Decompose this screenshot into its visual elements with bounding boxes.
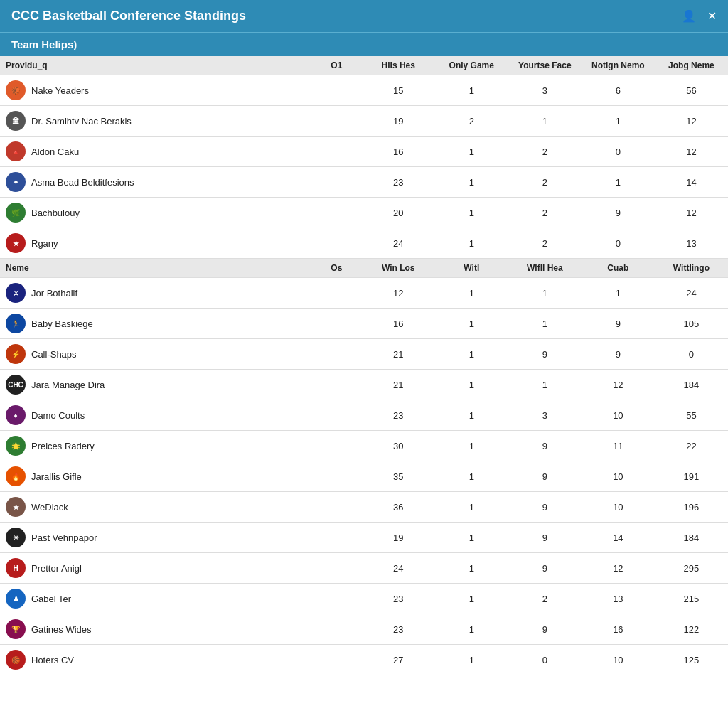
table-row: 🏆 Gatines Wides 23 1 9 16 122 <box>0 614 728 645</box>
col-os <box>311 278 362 309</box>
col-wittlingo: 0 <box>655 339 728 370</box>
col-yourtse: 2 <box>508 136 582 167</box>
col-wlfll: 9 <box>508 492 582 523</box>
section2-divider: Neme Os Win Los Witl Wlfll Hea Cuab Witt… <box>0 259 728 278</box>
team-name-cell: ♦ Damo Coults <box>0 400 311 431</box>
col-cuab: 10 <box>582 645 655 675</box>
team-logo: 🔥 <box>6 466 26 486</box>
col-winlos: 36 <box>362 492 435 523</box>
table-row: CHC Jara Manage Dira 21 1 1 12 184 <box>0 370 728 400</box>
table-row: ☀ Past Vehnpapor 19 1 9 14 184 <box>0 523 728 553</box>
col-os <box>311 492 362 523</box>
col-hiis: 19 <box>362 106 435 136</box>
col-header-yourtse: Yourtse Face <box>508 56 582 75</box>
table-row: 🏀 Hoters CV 27 1 0 10 125 <box>0 645 728 675</box>
table-row: ⚔ Jor Bothalif 12 1 1 1 24 <box>0 278 728 309</box>
team-logo: ♟ <box>6 589 26 609</box>
col-witl: 1 <box>435 614 508 645</box>
col-cuab: 13 <box>582 584 655 614</box>
col-header-team1: Providu_q <box>0 56 311 75</box>
col-cuab: 10 <box>582 492 655 523</box>
table-row: 🔥 Jarallis Gifle 35 1 9 10 191 <box>0 461 728 492</box>
col-winlos: 19 <box>362 523 435 553</box>
team-name: Jara Manage Dira <box>31 380 105 390</box>
col-witl: 1 <box>435 645 508 675</box>
col-winlos: 23 <box>362 584 435 614</box>
team-logo: ★ <box>6 233 26 253</box>
col-jobg: 14 <box>655 167 728 198</box>
col-winlos: 24 <box>362 553 435 584</box>
section2-label: Neme <box>0 259 311 278</box>
user-icon[interactable]: 👤 <box>682 9 696 23</box>
team-name-cell: 🔥 Jarallis Gifle <box>0 461 311 492</box>
team-name: Nake Yeaders <box>31 85 89 96</box>
team-logo: 🌟 <box>6 436 26 456</box>
team-logo: H <box>6 558 26 578</box>
section2-wittlingo: Wittlingo <box>655 259 728 278</box>
team-name: Hoters CV <box>31 655 74 665</box>
title-bar: CCC Basketball Conference Standings 👤 ✕ <box>0 0 728 32</box>
col-header-hiis: Hiis Hes <box>362 56 435 75</box>
team-name: Prettor Anigl <box>31 563 82 574</box>
team-logo: CHC <box>6 375 26 395</box>
team-logo: 🏛 <box>6 111 26 131</box>
col-os <box>311 461 362 492</box>
col-o1 <box>311 75 362 106</box>
table-row: ♟ Gabel Ter 23 1 2 13 215 <box>0 584 728 614</box>
col-only-game: 1 <box>435 228 508 259</box>
col-wittlingo: 24 <box>655 278 728 309</box>
col-wlfll: 1 <box>508 278 582 309</box>
team-logo: 🏀 <box>6 650 26 670</box>
col-witl: 1 <box>435 584 508 614</box>
col-witl: 1 <box>435 492 508 523</box>
team-name-cell: ⚡ Call-Shaps <box>0 339 311 370</box>
close-button[interactable]: ✕ <box>707 9 717 23</box>
table-row: ★ Rgany 24 1 2 0 13 <box>0 228 728 259</box>
col-wlfll: 3 <box>508 400 582 431</box>
team-name-cell: 🏀 Nake Yeaders <box>0 75 311 106</box>
team-name: Asma Bead Belditfesions <box>31 177 134 188</box>
col-cuab: 12 <box>582 553 655 584</box>
col-hiis: 24 <box>362 228 435 259</box>
team-name: Jor Bothalif <box>31 288 77 299</box>
section2-os: Os <box>311 259 362 278</box>
col-only-game: 1 <box>435 75 508 106</box>
team-logo: 🏃 <box>6 314 26 333</box>
col-notign: 1 <box>582 106 655 136</box>
col-witl: 1 <box>435 370 508 400</box>
table-row: 🌟 Preices Radery 30 1 9 11 22 <box>0 431 728 461</box>
team-logo: ♦ <box>6 405 26 425</box>
col-cuab: 9 <box>582 309 655 339</box>
table-row: 🏀 Nake Yeaders 15 1 3 6 56 <box>0 75 728 106</box>
table-row: H Prettor Anigl 24 1 9 12 295 <box>0 553 728 584</box>
team-logo: ☀ <box>6 528 26 547</box>
col-cuab: 1 <box>582 278 655 309</box>
team-name-cell: ⚔ Jor Bothalif <box>0 278 311 309</box>
col-cuab: 10 <box>582 400 655 431</box>
col-witl: 1 <box>435 461 508 492</box>
team-name-cell: 🌟 Preices Radery <box>0 431 311 461</box>
table-row: 🔺 Aldon Caku 16 1 2 0 12 <box>0 136 728 167</box>
col-wittlingo: 184 <box>655 370 728 400</box>
section2-witl: Witl <box>435 259 508 278</box>
col-winlos: 16 <box>362 309 435 339</box>
team-logo: ⚡ <box>6 344 26 364</box>
col-os <box>311 584 362 614</box>
table-row: ⚡ Call-Shaps 21 1 9 9 0 <box>0 339 728 370</box>
col-wittlingo: 22 <box>655 431 728 461</box>
team-name: Gatines Wides <box>31 624 92 635</box>
table-row: 🌿 Bachbulouy 20 1 2 9 12 <box>0 198 728 228</box>
team-name: Past Vehnpapor <box>31 532 97 543</box>
col-only-game: 1 <box>435 136 508 167</box>
section1-header: Providu_q O1 Hiis Hes Only Game Yourtse … <box>0 56 728 75</box>
team-logo: 🌿 <box>6 203 26 223</box>
col-os <box>311 370 362 400</box>
table-row: ♦ Damo Coults 23 1 3 10 55 <box>0 400 728 431</box>
team-name-cell: H Prettor Anigl <box>0 553 311 584</box>
team-name: Damo Coults <box>31 410 85 421</box>
col-yourtse: 1 <box>508 106 582 136</box>
col-wlfll: 9 <box>508 553 582 584</box>
col-notign: 6 <box>582 75 655 106</box>
col-witl: 1 <box>435 339 508 370</box>
col-o1 <box>311 136 362 167</box>
